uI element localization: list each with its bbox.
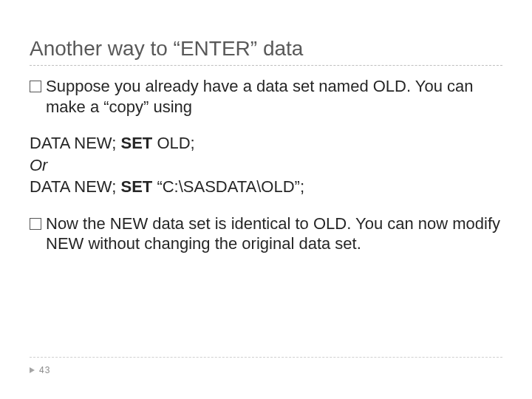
slide-title: Another way to “ENTER” data [30,37,502,61]
slide: Another way to “ENTER” data Suppose you … [0,0,532,399]
code-keyword: SET [120,134,152,152]
code-text: OLD; [152,134,194,152]
bullet-item: Now the NEW data set is identical to OLD… [30,214,502,254]
bullet-text: Now the NEW data set is identical to OLD… [46,214,502,254]
slide-body: Suppose you already have a data set name… [30,76,502,254]
code-line: Or [30,155,502,176]
code-text: “C:\SASDATA\OLD”; [152,177,304,196]
title-divider [30,65,502,66]
footer-divider [30,357,502,358]
bullet-text: Suppose you already have a data set name… [46,76,502,117]
page-number: 43 [39,365,50,375]
code-keyword: SET [120,177,152,196]
code-text: DATA NEW; [30,134,120,152]
code-text: DATA NEW; [30,177,120,196]
square-bullet-icon [30,218,41,230]
bullet-item: Suppose you already have a data set name… [30,76,502,117]
slide-footer: 43 [30,365,50,375]
square-bullet-icon [30,81,41,92]
code-line: DATA NEW; SET “C:\SASDATA\OLD”; [30,177,502,197]
code-block: DATA NEW; SET OLD; Or DATA NEW; SET “C:\… [30,133,502,197]
triangle-icon [30,367,35,373]
code-line: DATA NEW; SET OLD; [30,133,502,154]
